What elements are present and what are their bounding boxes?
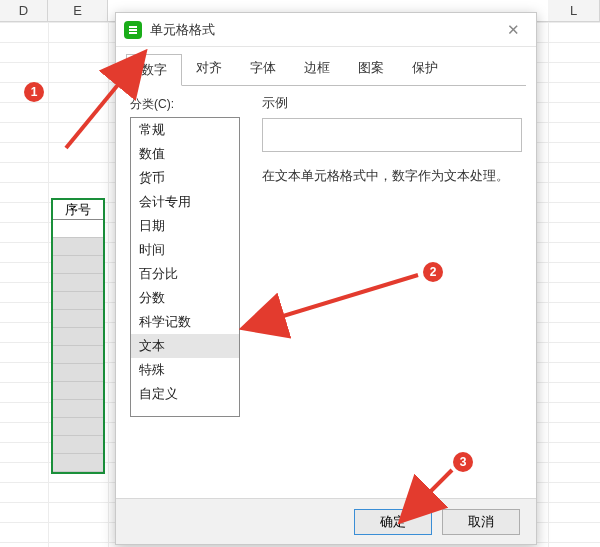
format-hint: 在文本单元格格式中，数字作为文本处理。 <box>262 166 522 187</box>
annotation-badge-2: 2 <box>423 262 443 282</box>
tab-font[interactable]: 字体 <box>236 53 290 85</box>
category-item-currency[interactable]: 货币 <box>131 166 239 190</box>
category-label: 分类(C): <box>130 96 240 113</box>
category-item-general[interactable]: 常规 <box>131 118 239 142</box>
seq-cell[interactable] <box>53 364 103 382</box>
seq-cell[interactable] <box>53 382 103 400</box>
annotation-badge-3: 3 <box>453 452 473 472</box>
example-label: 示例 <box>262 94 522 112</box>
tab-border[interactable]: 边框 <box>290 53 344 85</box>
app-logo-icon <box>124 21 142 39</box>
dialog-titlebar: 单元格格式 ✕ <box>116 13 536 47</box>
example-box <box>262 118 522 152</box>
close-icon[interactable]: ✕ <box>498 21 528 39</box>
category-item-number[interactable]: 数值 <box>131 142 239 166</box>
category-item-scientific[interactable]: 科学记数 <box>131 310 239 334</box>
seq-cell[interactable] <box>53 274 103 292</box>
category-item-time[interactable]: 时间 <box>131 238 239 262</box>
tab-align[interactable]: 对齐 <box>182 53 236 85</box>
cell-format-dialog: 单元格格式 ✕ 数字 对齐 字体 边框 图案 保护 分类(C): 常规 数值 货… <box>115 12 537 545</box>
seq-cell[interactable] <box>53 256 103 274</box>
tab-number[interactable]: 数字 <box>126 54 182 86</box>
col-header-l[interactable]: L <box>548 0 600 21</box>
selected-column-box: 序号 <box>51 198 105 474</box>
seq-cell[interactable] <box>53 346 103 364</box>
category-item-custom[interactable]: 自定义 <box>131 382 239 406</box>
category-item-text[interactable]: 文本 <box>131 334 239 358</box>
category-item-fraction[interactable]: 分数 <box>131 286 239 310</box>
seq-cell[interactable] <box>53 292 103 310</box>
tab-bar: 数字 对齐 字体 边框 图案 保护 <box>116 47 536 85</box>
seq-cell[interactable] <box>53 328 103 346</box>
seq-cell[interactable] <box>53 418 103 436</box>
seq-cell[interactable] <box>53 238 103 256</box>
annotation-badge-1: 1 <box>24 82 44 102</box>
category-list[interactable]: 常规 数值 货币 会计专用 日期 时间 百分比 分数 科学记数 文本 特殊 自定… <box>130 117 240 417</box>
seq-header: 序号 <box>53 200 103 220</box>
category-item-accounting[interactable]: 会计专用 <box>131 190 239 214</box>
dialog-footer: 确定 取消 <box>116 498 536 544</box>
ok-button[interactable]: 确定 <box>354 509 432 535</box>
cancel-button[interactable]: 取消 <box>442 509 520 535</box>
category-item-date[interactable]: 日期 <box>131 214 239 238</box>
seq-cell[interactable] <box>53 454 103 472</box>
seq-cell[interactable] <box>53 436 103 454</box>
tab-protect[interactable]: 保护 <box>398 53 452 85</box>
seq-cell[interactable] <box>53 310 103 328</box>
col-header-d[interactable]: D <box>0 0 48 21</box>
tab-pattern[interactable]: 图案 <box>344 53 398 85</box>
col-header-e[interactable]: E <box>48 0 108 21</box>
category-item-percentage[interactable]: 百分比 <box>131 262 239 286</box>
seq-cell[interactable] <box>53 400 103 418</box>
seq-cell[interactable] <box>53 220 103 238</box>
category-item-special[interactable]: 特殊 <box>131 358 239 382</box>
dialog-title: 单元格格式 <box>150 21 215 39</box>
